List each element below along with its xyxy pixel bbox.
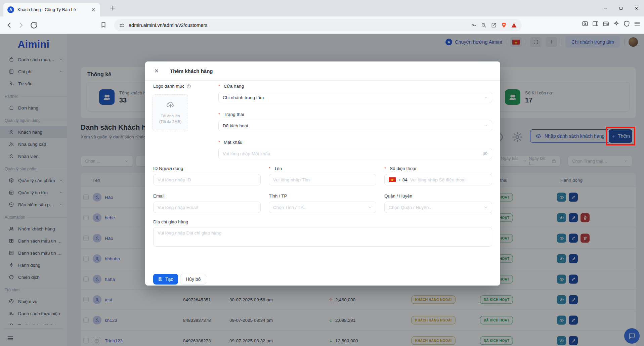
password-input[interactable] [223, 151, 480, 156]
sidebar-toggle-icon[interactable] [592, 20, 599, 27]
close-icon [634, 6, 639, 10]
password-field-wrap [218, 148, 492, 159]
vpn-shield-icon[interactable] [623, 20, 630, 27]
status-label: Trạng thái [218, 112, 244, 117]
search-tabs-icon[interactable] [582, 20, 589, 27]
minimize-icon [603, 6, 608, 10]
cancel-button[interactable]: Hủy bỏ [180, 274, 206, 285]
phone-field-wrap: + 84 [384, 174, 492, 185]
district-select[interactable]: Chọn Quận / Huyện... [384, 202, 492, 213]
add-customer-modal: Thêm khách hàng Logo danh mục Tải ảnh lê… [145, 61, 500, 286]
back-button[interactable] [5, 21, 13, 30]
email-label: Email [153, 193, 165, 199]
phone-label: Số điện thoại [384, 166, 416, 171]
maximize-icon [619, 6, 623, 10]
chevron-down-icon [484, 95, 488, 99]
help-circle-icon[interactable] [186, 84, 191, 89]
password-label: Mật khẩu [218, 140, 243, 145]
user-id-label: ID Người dùng [153, 166, 183, 171]
browser-menu-icon[interactable] [634, 20, 641, 27]
store-label: Cửa hàng [218, 84, 244, 89]
screen: A Khách hàng - Công Ty Bán Lẻ admin.aimi… [0, 0, 644, 346]
password-key-icon[interactable] [471, 22, 477, 28]
bookmark-icon[interactable] [100, 21, 107, 29]
window-minimize-button[interactable] [598, 0, 613, 16]
user-id-field-wrap [153, 174, 261, 185]
tab-close-icon[interactable] [91, 7, 96, 12]
annotation-highlight-box [606, 127, 635, 145]
tab-title: Khách hàng - Công Ty Bán Lẻ [17, 7, 87, 12]
logo-upload-dropzone[interactable]: Tải ảnh lên (Tối đa 2MB) [153, 94, 188, 131]
brave-shield-icon[interactable] [501, 22, 507, 28]
name-label: Tên [269, 166, 282, 171]
wallet-icon[interactable] [602, 20, 609, 27]
tab-favicon: A [7, 6, 14, 13]
modal-title: Thêm khách hàng [170, 68, 213, 74]
chevron-down-icon [484, 124, 488, 128]
window-close-button[interactable] [629, 0, 644, 16]
user-id-input[interactable] [158, 177, 256, 182]
leo-ai-icon[interactable] [613, 20, 620, 27]
vietnam-flag-icon[interactable] [389, 177, 396, 182]
eye-off-icon[interactable] [482, 151, 488, 156]
logo-label: Logo danh mục [153, 84, 191, 89]
status-select[interactable]: Đã kích hoạt [218, 120, 492, 131]
chevron-down-icon [368, 205, 372, 209]
zoom-out-icon[interactable] [481, 22, 487, 28]
phone-prefix: + 84 [398, 177, 407, 182]
create-button[interactable]: Tạo [153, 274, 178, 285]
name-input[interactable] [273, 177, 372, 182]
share-icon[interactable] [491, 22, 497, 28]
address-bar[interactable]: admin.aimini.vn/admin/v2/customers [114, 19, 522, 31]
forward-button[interactable] [17, 21, 26, 30]
store-select[interactable]: Chi nhánh trung tâm [218, 92, 492, 103]
new-tab-button[interactable] [109, 4, 117, 12]
address-textarea[interactable] [153, 227, 492, 247]
province-label: Tỉnh / TP [269, 193, 287, 199]
district-label: Quận / Huyện [384, 193, 412, 199]
email-field-wrap [153, 202, 261, 213]
modal-close-icon[interactable] [154, 68, 159, 74]
name-field-wrap [269, 174, 376, 185]
save-icon [158, 277, 163, 282]
phone-input[interactable] [410, 177, 488, 182]
chevron-down-icon [484, 205, 488, 209]
browser-toolbar: admin.aimini.vn/admin/v2/customers [0, 16, 644, 34]
province-select[interactable]: Chọn Tỉnh / TP... [269, 202, 376, 213]
window-maximize-button[interactable] [613, 0, 629, 16]
url-text: admin.aimini.vn/admin/v2/customers [129, 23, 467, 28]
cloud-upload-icon [166, 100, 175, 110]
modal-header: Thêm khách hàng [145, 61, 500, 81]
browser-tab[interactable]: A Khách hàng - Công Ty Bán Lẻ [3, 3, 100, 16]
app-page: A Chuyển hướng Aimini Chi nhánh trung tâ… [0, 34, 644, 346]
browser-tab-bar: A Khách hàng - Công Ty Bán Lẻ [0, 0, 644, 16]
address-label: Địa chỉ giao hàng [153, 219, 188, 224]
warning-triangle-icon[interactable] [511, 22, 517, 28]
site-settings-icon[interactable] [119, 23, 125, 28]
email-input[interactable] [158, 205, 256, 210]
reload-button[interactable] [30, 21, 38, 30]
